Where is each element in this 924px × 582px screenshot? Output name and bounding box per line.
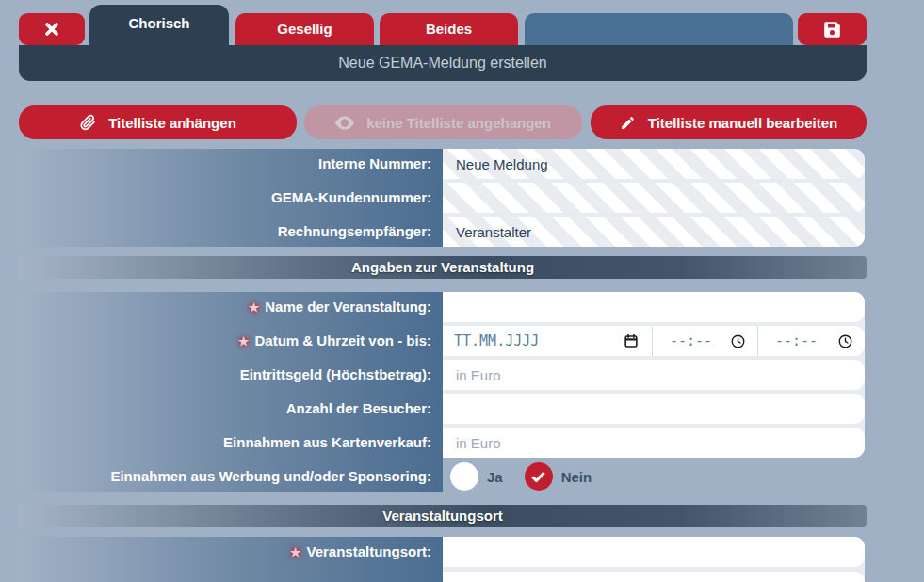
gema-kundennummer-input[interactable] [443, 183, 865, 213]
veranstaltungsort-input[interactable] [443, 537, 865, 567]
tab-gesellig[interactable]: Gesellig [235, 13, 374, 45]
close-button[interactable] [19, 13, 85, 45]
required-star-icon: ★ [290, 545, 301, 559]
clock-icon[interactable] [838, 334, 852, 348]
field-label-interne-nummer: Interne Nummer: [19, 149, 443, 179]
titlelist-status-button: keine Titelliste angehangen [304, 105, 582, 139]
field-label-datum-uhrzeit: ★Datum & Uhrzeit von - bis: [19, 326, 443, 356]
event-fields-group: ★Name der Veranstaltung: ★Datum & Uhrzei… [19, 292, 867, 492]
anzahl-besucher-input[interactable] [443, 394, 865, 424]
rechnungsempfaenger-input[interactable] [443, 217, 865, 247]
event-label-column: ★Name der Veranstaltung: ★Datum & Uhrzei… [19, 292, 443, 492]
field-label-rechnungsempfaenger: Rechnungsempfänger: [19, 217, 443, 247]
gema-form-window: Chorisch Gesellig Beides Neue GEMA-Meldu… [19, 0, 867, 582]
field-label-anzahl-besucher: Anzahl der Besucher: [19, 394, 443, 424]
pencil-icon [620, 115, 636, 131]
field-label-eintrittsgeld: Eintrittsgeld (Höchstbetrag): [19, 360, 443, 390]
event-input-column: TT.MM.JJJJ --:-- [443, 292, 865, 458]
sponsoring-ja-radio[interactable] [450, 462, 478, 491]
uhrzeit-bis-input[interactable]: --:-- [757, 326, 865, 356]
sponsoring-nein-label: Nein [561, 469, 592, 485]
sponsoring-radio-group: Ja Nein [450, 461, 592, 492]
field-label-einnahmen-kartenverkauf: Einnahmen aus Kartenverkauf: [19, 428, 443, 458]
eye-icon [335, 116, 354, 130]
attach-titlelist-label: Titelliste anhängen [108, 115, 236, 131]
paperclip-icon [79, 114, 96, 131]
section-header-veranstaltung-label: Angaben zur Veranstaltung [351, 259, 534, 275]
attach-titlelist-button[interactable]: Titelliste anhängen [19, 105, 297, 139]
eintrittsgeld-input[interactable] [443, 360, 865, 390]
meta-input-column [443, 149, 865, 247]
tab-chorisch-label: Chorisch [128, 15, 189, 31]
close-icon [42, 20, 61, 39]
uhrzeit-bis-placeholder: --:-- [775, 332, 818, 349]
required-star-icon: ★ [249, 300, 260, 315]
uhrzeit-von-input[interactable]: --:-- [652, 326, 757, 356]
tab-chorisch[interactable]: Chorisch [89, 5, 229, 45]
required-star-icon: ★ [238, 334, 250, 348]
datum-placeholder: TT.MM.JJJJ [454, 332, 539, 349]
einnahmen-kartenverkauf-input[interactable] [443, 428, 865, 458]
field-label-veranstaltungsort: ★Veranstaltungsort: [19, 537, 443, 567]
meta-fields-group: Interne Nummer: GEMA-Kundennummer: Rechn… [19, 149, 867, 247]
page-title-text: Neue GEMA-Meldung erstellen [338, 55, 546, 71]
tab-gesellig-label: Gesellig [277, 21, 332, 37]
next-field-input-partial[interactable] [443, 572, 865, 582]
section-header-veranstaltungsort: Veranstaltungsort [19, 505, 867, 527]
field-label-einnahmen-sponsoring: Einnahmen aus Werbung und/oder Sponsorin… [19, 461, 443, 492]
venue-fields-group: ★Veranstaltungsort: [19, 537, 867, 582]
tab-beides[interactable]: Beides [380, 13, 518, 45]
calendar-icon[interactable] [624, 333, 639, 348]
sponsoring-nein-radio[interactable] [525, 462, 553, 491]
sponsoring-ja-label: Ja [487, 469, 503, 485]
interne-nummer-input[interactable] [443, 149, 865, 179]
titlelist-status-label: keine Titelliste angehangen [366, 115, 551, 131]
page-title: Neue GEMA-Meldung erstellen [19, 45, 867, 81]
datum-uhrzeit-row: TT.MM.JJJJ --:-- [443, 326, 865, 356]
check-icon [530, 469, 546, 485]
edit-titlelist-button[interactable]: Titelliste manuell bearbeiten [591, 105, 867, 139]
datum-input[interactable]: TT.MM.JJJJ [443, 326, 652, 356]
venue-input-column [443, 537, 865, 582]
clock-icon[interactable] [731, 334, 745, 348]
meta-label-column: Interne Nummer: GEMA-Kundennummer: Rechn… [19, 149, 443, 247]
edit-titlelist-label: Titelliste manuell bearbeiten [648, 115, 837, 131]
uhrzeit-von-placeholder: --:-- [670, 332, 712, 349]
section-header-veranstaltungsort-label: Veranstaltungsort [382, 508, 503, 524]
tab-empty[interactable] [525, 13, 793, 45]
toolbar: Titelliste anhängen keine Titelliste ang… [19, 105, 867, 139]
field-label-gema-kundennummer: GEMA-Kundennummer: [19, 183, 443, 213]
save-icon [822, 20, 842, 40]
field-label-name-veranstaltung: ★Name der Veranstaltung: [19, 292, 443, 322]
venue-label-column: ★Veranstaltungsort: [19, 537, 443, 582]
section-header-veranstaltung: Angaben zur Veranstaltung [19, 256, 867, 279]
tab-beides-label: Beides [426, 21, 472, 37]
save-button[interactable] [798, 13, 867, 45]
name-veranstaltung-input[interactable] [443, 292, 865, 322]
